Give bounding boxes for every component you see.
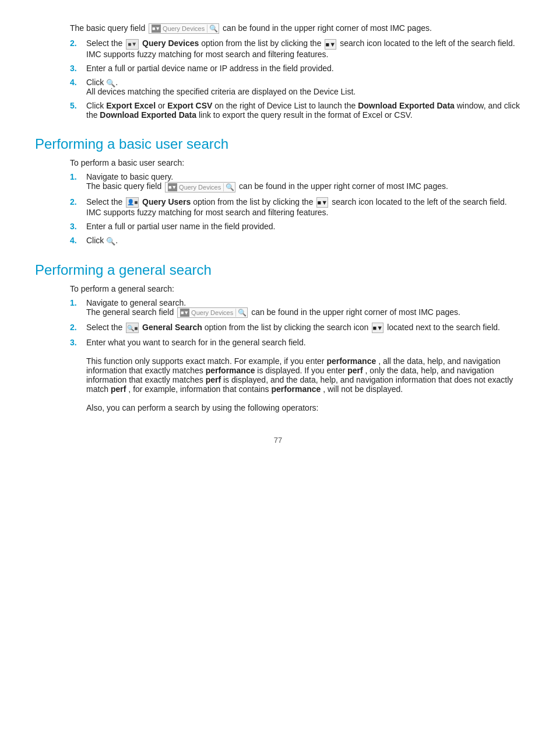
- query-field-widget-3: ■▼ Query Devices 🔍: [177, 307, 248, 318]
- export-csv-label: Export CSV: [167, 101, 212, 110]
- search-left-icon-2: ■▼: [316, 197, 328, 208]
- top-continuation: The basic query field ■▼ Query Devices 🔍…: [35, 23, 521, 120]
- general-search-label: General Search: [142, 323, 202, 332]
- query-field-widget-2: ■▼ Query Devices 🔍: [165, 182, 235, 192]
- user-step-3: 3. Enter a full or partial user name in …: [70, 222, 521, 231]
- general-search-icon: 🔍■: [126, 323, 139, 333]
- search-left-icon: ■▼: [325, 39, 336, 50]
- search-left-icon-3: ■▼: [372, 323, 383, 333]
- click-search-icon-1: 🔍: [106, 78, 115, 87]
- gen-step-1: 1. Navigate to general search. The gener…: [70, 298, 521, 318]
- basic-query-intro: The basic query field ■▼ Query Devices 🔍…: [70, 23, 521, 34]
- query-users-label: Query Users: [142, 197, 191, 206]
- search-btn-2: 🔍: [223, 183, 233, 191]
- field-icon-1: ■▼: [152, 24, 161, 33]
- user-step-4: 4. Click 🔍.: [70, 236, 521, 246]
- general-search-steps: 1. Navigate to general search. The gener…: [70, 298, 521, 413]
- user-step-2: 2. Select the 👤■ Query Users option from…: [70, 197, 521, 217]
- gen-step3-note1: This function only supports exact match.…: [86, 356, 513, 394]
- query-users-icon: 👤■: [126, 197, 139, 208]
- search-btn-3: 🔍: [235, 309, 245, 317]
- query-field-widget-1: ■▼ Query Devices 🔍: [149, 23, 219, 34]
- perf-bold-6: performance: [271, 384, 321, 394]
- basic-user-steps: 1. Navigate to basic query. The basic qu…: [70, 172, 521, 245]
- fuzzy-note-2: IMC supports fuzzy matching for most sea…: [86, 208, 329, 217]
- query-devices-icon: ■▼: [126, 39, 139, 50]
- export-excel-label: Export Excel: [106, 101, 156, 110]
- perf-bold-2: performance: [206, 366, 255, 375]
- gen-step-3: 3. Enter what you want to search for in …: [70, 338, 521, 412]
- step-3: 3. Enter a full or partial device name o…: [70, 64, 521, 73]
- general-search-heading: Performing a general search: [35, 262, 521, 278]
- basic-user-search-section: Performing a basic user search To perfor…: [35, 136, 521, 245]
- step4-note: All devices matching the specified crite…: [86, 87, 356, 96]
- basic-user-search-heading: Performing a basic user search: [35, 136, 521, 152]
- fuzzy-note-1: IMC supports fuzzy matching for most sea…: [86, 50, 329, 59]
- download-link-label: Download Exported Data: [100, 110, 196, 120]
- perf-bold-4: perf: [206, 375, 221, 384]
- perf-bold-3: perf: [347, 366, 363, 375]
- download-exported-label: Download Exported Data: [358, 101, 455, 110]
- basic-user-intro: To perform a basic user search:: [70, 158, 521, 167]
- general-search-intro: To perform a general search:: [70, 284, 521, 293]
- query-devices-label: Query Devices: [142, 38, 199, 48]
- field-text-2: Query Devices: [179, 184, 221, 191]
- search-btn-1: 🔍: [207, 24, 216, 33]
- field-text-3: Query Devices: [191, 309, 233, 316]
- field-text-1: Query Devices: [163, 25, 205, 32]
- perf-bold-1: performance: [326, 356, 376, 366]
- page-number: 77: [35, 436, 521, 444]
- perf-bold-5: perf: [111, 384, 126, 394]
- step-2: 2. Select the ■▼ Query Devices option fr…: [70, 38, 521, 58]
- device-search-steps: 2. Select the ■▼ Query Devices option fr…: [70, 38, 521, 120]
- general-search-section: Performing a general search To perform a…: [35, 262, 521, 413]
- field-icon-3: ■▼: [180, 309, 189, 317]
- gen-step-2: 2. Select the 🔍■ General Search option f…: [70, 323, 521, 333]
- gen-step3-note2: Also, you can perform a search by using …: [86, 403, 318, 412]
- step-4: 4. Click 🔍. All devices matching the spe…: [70, 78, 521, 97]
- step-5: 5. Click Export Excel or Export CSV on t…: [70, 101, 521, 120]
- click-search-icon-2: 🔍: [106, 237, 115, 246]
- field-icon-2: ■▼: [168, 183, 177, 191]
- user-step-1: 1. Navigate to basic query. The basic qu…: [70, 172, 521, 192]
